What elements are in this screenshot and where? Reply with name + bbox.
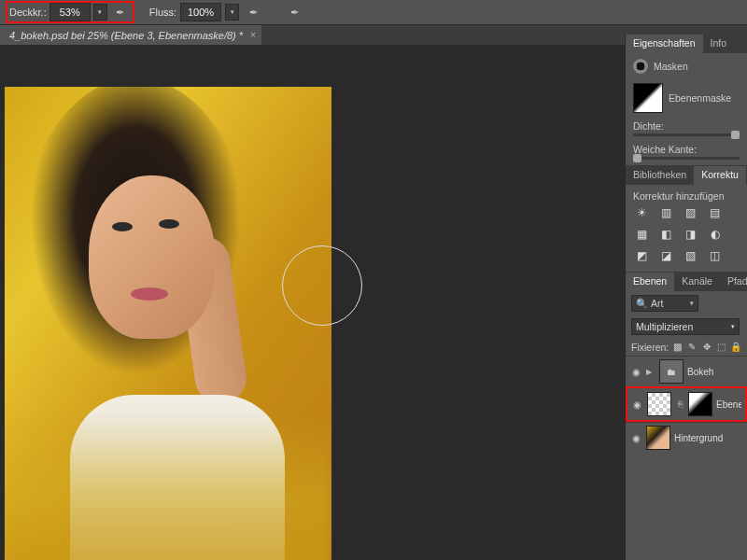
tab-layers[interactable]: Ebenen [626,273,674,291]
flow-dropdown[interactable]: ▾ [225,4,239,21]
tab-paths[interactable]: Pfad [720,273,747,291]
layer-row-ebene3[interactable]: ⎘ Ebene [626,386,747,422]
photo-filter-icon[interactable]: ◩ [633,248,651,262]
tab-channels[interactable]: Kanäle [674,273,720,291]
tab-info[interactable]: Info [703,35,735,53]
layer-name: Hintergrund [674,433,723,443]
adjustment-icons-row3: ◩ ◪ ▧ ◫ [633,245,740,266]
filter-kind-label: Art [651,298,663,309]
visibility-toggle[interactable] [629,433,642,442]
lock-paint-icon[interactable]: ✎ [687,341,698,353]
brush-cursor-icon [282,245,362,326]
opacity-input[interactable] [49,3,91,21]
properties-tabs: Eigenschaften Info [626,35,747,53]
channel-mixer-icon[interactable]: ◪ [657,248,675,262]
layer-filter-row: 🔍 Art ▾ [626,291,747,315]
expand-icon[interactable]: ▶ [646,368,655,376]
airbrush-icon[interactable]: ✒ [243,2,263,22]
blend-mode-row: Multiplizieren ▾ [626,315,747,338]
lock-row: Fixieren: ▩ ✎ ✥ ⬚ 🔒 [626,338,747,356]
layer-thumb[interactable] [647,392,671,416]
tab-corrections[interactable]: Korrektu [694,166,746,185]
levels-icon[interactable]: ▥ [657,205,675,219]
mask-link-icon[interactable]: ⎘ [675,399,684,410]
feather-label: Weiche Kante: [633,144,740,155]
mask-type-label: Ebenenmaske [669,92,731,104]
document-title: 4_bokeh.psd bei 25% (Ebene 3, Ebenenmask… [9,30,243,41]
opacity-label: Deckkr.: [9,7,47,18]
flow-input[interactable] [180,3,221,21]
layer-thumb[interactable] [646,426,670,450]
pressure-opacity-icon[interactable]: ✒ [110,2,131,22]
brightness-icon[interactable]: ☀ [633,205,651,219]
layers-tabs: Ebenen Kanäle Pfad [626,273,747,291]
layer-row-background[interactable]: Hintergrund [626,422,747,453]
feather-slider[interactable] [633,157,740,160]
add-adjustment-label: Korrektur hinzufügen [633,190,740,202]
curves-icon[interactable]: ▨ [682,205,699,219]
tab-libraries[interactable]: Bibliotheken [626,166,694,185]
opacity-dropdown[interactable]: ▾ [93,4,107,21]
bw-icon[interactable]: ◐ [706,227,724,241]
density-slider[interactable] [633,133,740,136]
layer-filter-kind[interactable]: 🔍 Art ▾ [631,295,698,312]
opacity-highlight-box: Deckkr.: ▾ ✒ [6,1,134,23]
layer-name: Bokeh [687,367,713,377]
lock-artboard-icon[interactable]: ⬚ [716,341,726,353]
right-panels: Eigenschaften Info Masken Ebenenmaske Di… [625,35,747,560]
blend-mode-value: Multiplizieren [636,321,693,332]
layer-mask-thumb[interactable] [688,392,712,416]
adjustment-icons-row1: ☀ ▥ ▨ ▤ [633,202,740,223]
lock-transparent-icon[interactable]: ▩ [672,341,683,353]
document-canvas[interactable] [5,87,331,560]
mask-mode-icon[interactable] [633,59,648,74]
properties-panel: Masken Ebenenmaske Dichte: Weiche Kante: [626,53,747,166]
visibility-toggle[interactable] [631,399,643,409]
lock-all-icon[interactable]: 🔒 [730,341,741,353]
lock-label: Fixieren: [631,342,669,353]
layer-name: Ebene [716,399,741,410]
pressure-size-icon[interactable]: ✒ [284,2,304,22]
hue-icon[interactable]: ◧ [657,227,675,241]
lookup-icon[interactable]: ▧ [682,248,699,262]
exposure-icon[interactable]: ▤ [706,205,724,219]
canvas-area [0,45,626,560]
document-tab[interactable]: 4_bokeh.psd bei 25% (Ebene 3, Ebenenmask… [0,25,261,46]
vibrance-icon[interactable]: ▦ [633,227,651,241]
lock-position-icon[interactable]: ✥ [701,341,712,353]
mask-thumbnail[interactable] [633,83,663,113]
photo-content [5,87,331,560]
options-bar: Deckkr.: ▾ ✒ Fluss: ▾ ✒ ✒ [0,0,747,25]
folder-icon: 🖿 [659,359,684,384]
adjustments-panel: Korrektur hinzufügen ☀ ▥ ▨ ▤ ▦ ◧ ◨ ◐ ◩ ◪… [626,185,747,273]
search-icon: 🔍 [636,298,648,310]
colorbalance-icon[interactable]: ◨ [682,227,699,241]
blend-mode-select[interactable]: Multiplizieren ▾ [631,318,740,335]
library-tabs: Bibliotheken Korrektu [626,166,747,185]
visibility-toggle[interactable] [629,367,642,376]
tab-properties[interactable]: Eigenschaften [626,35,703,53]
flow-label: Fluss: [149,7,176,18]
adjustment-icons-row2: ▦ ◧ ◨ ◐ [633,223,740,245]
masks-label: Masken [654,61,688,72]
layer-row-bokeh[interactable]: ▶ 🖿 Bokeh [626,356,747,386]
density-label: Dichte: [633,120,740,132]
invert-icon[interactable]: ◫ [706,248,724,262]
